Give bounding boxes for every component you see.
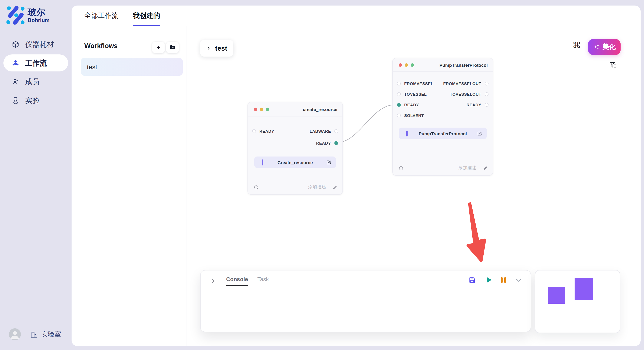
node-action-create-resource[interactable]: Create_resource (254, 157, 336, 168)
annotation-arrow (460, 199, 490, 267)
sidebar-nav: 仪器耗材 工作流 成员 (0, 36, 72, 111)
workflow-list-panel: Workflows + test (72, 26, 187, 346)
workflow-icon (12, 59, 20, 67)
edit-icon[interactable] (326, 160, 331, 165)
node-action-pump-transfer[interactable]: PumpTransferProtocol (399, 128, 487, 139)
lab-label: 实验室 (41, 330, 61, 339)
sidebar-item-workflows[interactable]: 工作流 (4, 54, 68, 71)
sidebar-item-experiments[interactable]: 实验 (4, 92, 68, 109)
info-icon[interactable] (399, 166, 403, 170)
node-footer: 添加描述... (254, 184, 337, 190)
port-input-fromvessel[interactable]: FROMVESSEL (397, 81, 434, 86)
action-accent-bar (262, 159, 263, 165)
port-input-ready[interactable]: READY (252, 129, 274, 133)
port-circle[interactable] (334, 129, 338, 133)
dot-yellow (260, 108, 263, 111)
bohrium-logo-icon (6, 6, 25, 25)
panel-title: Workflows (84, 42, 118, 50)
description-placeholder[interactable]: 添加描述... (458, 165, 480, 171)
avatar[interactable] (9, 328, 21, 340)
port-circle-connected[interactable] (334, 141, 338, 145)
console-panel: Console Task (200, 270, 531, 332)
port-output-ready[interactable]: READY (466, 103, 488, 107)
dot-green (410, 63, 414, 67)
sidebar-item-members[interactable]: 成员 (4, 73, 68, 90)
action-accent-bar (406, 130, 408, 136)
run-play-icon[interactable] (485, 276, 492, 283)
node-footer: 添加描述... (399, 165, 488, 171)
console-header: Console Task (200, 270, 531, 286)
port-output-fromvesselout[interactable]: FROMVESSELOUT (443, 81, 488, 86)
folder-import-icon (169, 44, 176, 51)
minimap[interactable] (535, 270, 620, 333)
tab-all-workflows[interactable]: 全部工作流 (84, 5, 118, 26)
port-output-ready[interactable]: READY (316, 141, 338, 145)
tab-task[interactable]: Task (258, 276, 269, 286)
dot-green (266, 108, 269, 111)
port-input-tovessel[interactable]: TOVESSEL (397, 92, 427, 97)
add-workflow-button[interactable]: + (152, 42, 165, 53)
node-traffic-dots (254, 108, 269, 111)
chevron-down-icon[interactable] (515, 276, 522, 283)
breadcrumb[interactable]: test (200, 40, 234, 57)
command-palette-icon[interactable]: ⌘ (572, 40, 581, 50)
port-input-solvent[interactable]: SOLVENT (397, 113, 424, 118)
sidebar-item-instruments[interactable]: 仪器耗材 (4, 36, 68, 53)
save-icon[interactable] (468, 276, 476, 283)
tab-my-created[interactable]: 我创建的 (133, 5, 160, 26)
import-workflow-button[interactable] (166, 42, 179, 53)
sidebar-footer: 实验室 (0, 328, 72, 345)
node-header: PumpTransferProtocol (393, 58, 493, 72)
beautify-label: 美化 (602, 42, 616, 51)
main-content-card: 全部工作流 我创建的 Workflows + (72, 5, 640, 346)
dot-red (254, 108, 257, 111)
pause-icon[interactable] (501, 277, 506, 283)
user-icon (9, 328, 21, 340)
brand-name-en: Bohrium (28, 17, 50, 23)
edit-icon[interactable] (477, 131, 482, 136)
tab-console[interactable]: Console (226, 276, 248, 286)
package-icon (12, 40, 20, 48)
members-icon (12, 78, 20, 86)
pencil-icon[interactable] (333, 185, 337, 189)
description-placeholder[interactable]: 添加描述... (308, 184, 330, 190)
port-circle-connected[interactable] (397, 103, 401, 107)
minimap-node-create-resource (548, 287, 565, 304)
port-circle[interactable] (252, 129, 256, 133)
minimap-node-pump-transfer (574, 278, 593, 300)
port-output-tovesselout[interactable]: TOVESSELOUT (450, 92, 488, 97)
sidebar-item-label: 工作流 (25, 58, 47, 68)
sparkles-icon (593, 44, 600, 50)
workflow-list-item-test[interactable]: test (81, 58, 183, 76)
lab-switcher[interactable]: 实验室 (30, 330, 61, 339)
beautify-button[interactable]: 美化 (588, 39, 620, 55)
brand-logo: 玻尔 Bohrium (6, 6, 50, 25)
pencil-icon[interactable] (483, 166, 488, 170)
collapse-chevron-icon[interactable] (210, 278, 216, 284)
node-pump-transfer-protocol[interactable]: PumpTransferProtocol FROMVESSEL FROMVESS… (392, 58, 493, 176)
panel-actions: + (152, 42, 179, 53)
filter-icon[interactable] (609, 61, 617, 69)
chevron-right-icon (206, 46, 211, 51)
workflow-canvas[interactable]: test ⌘ 美化 (187, 26, 640, 346)
building-icon (30, 331, 38, 338)
sidebar: 玻尔 Bohrium 仪器耗材 工作流 (0, 0, 72, 350)
node-create-resource[interactable]: create_resource READY LABWARE (248, 102, 343, 195)
port-input-ready[interactable]: READY (397, 103, 419, 107)
dot-yellow (405, 63, 408, 67)
dot-red (399, 63, 402, 67)
port-output-labware[interactable]: LABWARE (310, 129, 338, 133)
sidebar-item-label: 实验 (25, 95, 40, 105)
node-header: create_resource (248, 102, 342, 117)
experiment-icon (12, 96, 20, 104)
app-window: 玻尔 Bohrium 仪器耗材 工作流 (0, 0, 644, 350)
info-icon[interactable] (254, 185, 258, 189)
node-title: create_resource (303, 107, 337, 112)
node-title: PumpTransferProtocol (440, 62, 488, 67)
active-tab-underline (133, 25, 160, 26)
brand-name-zh: 玻尔 (28, 7, 50, 17)
workflow-tabbar: 全部工作流 我创建的 (72, 5, 640, 26)
node-traffic-dots (399, 63, 414, 67)
sidebar-item-label: 仪器耗材 (25, 39, 54, 49)
breadcrumb-label: test (215, 44, 227, 52)
